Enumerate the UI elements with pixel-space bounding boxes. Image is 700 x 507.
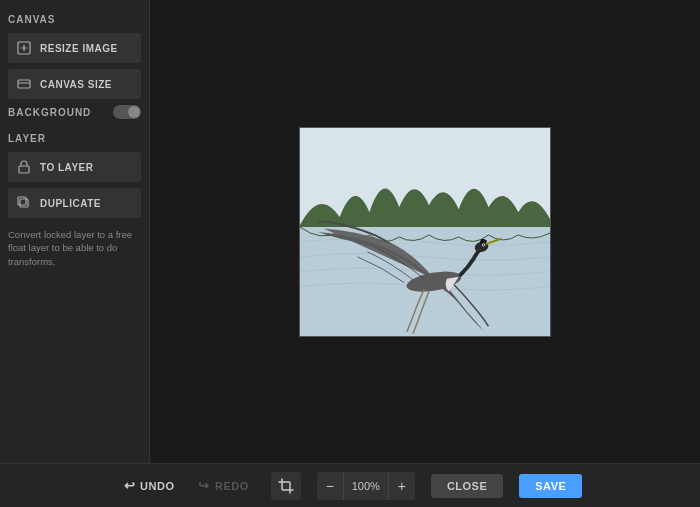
zoom-value-display: 100%	[343, 472, 389, 500]
redo-icon: ↪	[198, 478, 210, 493]
image-canvas	[299, 127, 551, 337]
canvas-section-title: CANVAS	[8, 14, 141, 25]
duplicate-icon	[16, 195, 32, 211]
resize-icon	[16, 40, 32, 56]
resize-image-button[interactable]: RESIZE IMAGE	[8, 33, 141, 63]
background-label: BACKGROUND	[8, 107, 91, 118]
redo-label: REDO	[215, 480, 249, 492]
crop-icon	[278, 478, 294, 494]
undo-button[interactable]: ↩ UNDO	[118, 474, 181, 497]
resize-image-label: RESIZE IMAGE	[40, 43, 118, 54]
crop-tool-button[interactable]	[271, 472, 301, 500]
hint-text: Convert locked layer to a free float lay…	[8, 228, 141, 268]
close-button[interactable]: CLOSE	[431, 474, 503, 498]
redo-button[interactable]: ↪ REDO	[192, 474, 254, 497]
save-button[interactable]: SAVE	[519, 474, 582, 498]
zoom-plus-icon: +	[398, 478, 406, 494]
undo-icon: ↩	[124, 478, 136, 493]
duplicate-button[interactable]: DUPLICATE	[8, 188, 141, 218]
svg-rect-3	[20, 199, 28, 207]
background-toggle[interactable]	[113, 105, 141, 119]
svg-rect-4	[18, 197, 26, 205]
zoom-minus-button[interactable]: −	[317, 472, 343, 500]
sidebar: CANVAS RESIZE IMAGE CANVAS SIZE BACKGROU…	[0, 0, 150, 463]
svg-rect-2	[19, 166, 29, 173]
canvas-size-label: CANVAS SIZE	[40, 79, 112, 90]
zoom-plus-button[interactable]: +	[389, 472, 415, 500]
undo-redo-group: ↩ UNDO ↪ REDO	[118, 474, 255, 497]
bottom-toolbar: ↩ UNDO ↪ REDO − 100% + CLOSE SAVE	[0, 463, 700, 507]
canvas-area	[150, 0, 700, 463]
to-layer-button[interactable]: TO LAYER	[8, 152, 141, 182]
canvas-size-button[interactable]: CANVAS SIZE	[8, 69, 141, 99]
zoom-group: − 100% +	[317, 472, 415, 500]
layer-section: LAYER TO LAYER DUPLICATE	[8, 133, 141, 268]
to-layer-label: TO LAYER	[40, 162, 93, 173]
zoom-minus-icon: −	[326, 478, 334, 494]
undo-label: UNDO	[140, 480, 174, 492]
lock-icon	[16, 159, 32, 175]
svg-rect-1	[18, 80, 30, 88]
canvas-size-icon	[16, 76, 32, 92]
svg-point-10	[483, 244, 485, 246]
background-row: BACKGROUND	[8, 105, 141, 119]
layer-section-title: LAYER	[8, 133, 141, 144]
duplicate-label: DUPLICATE	[40, 198, 101, 209]
